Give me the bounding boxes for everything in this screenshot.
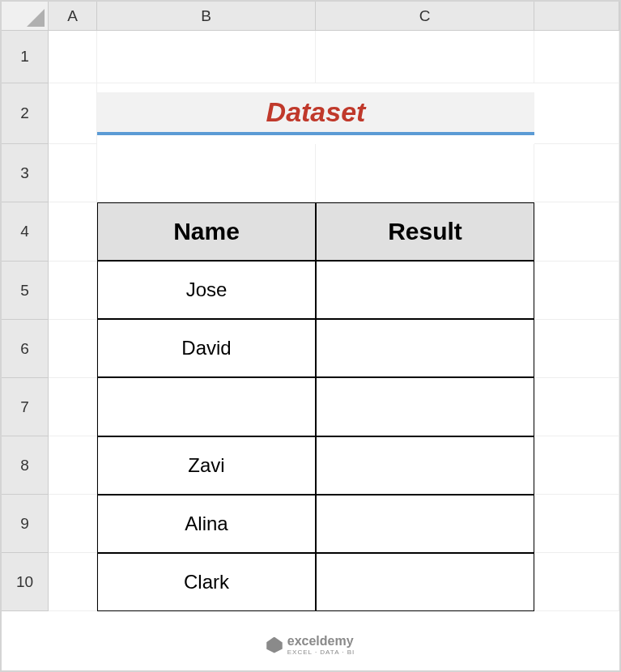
cell-extra-2[interactable] [534,83,619,144]
table-header-result[interactable]: Result [316,202,534,261]
table-row[interactable] [316,261,534,319]
row-header-10[interactable]: 10 [2,553,49,611]
cell-extra-4[interactable] [534,202,619,262]
col-header-c[interactable]: C [316,2,534,31]
row-header-7[interactable]: 7 [2,378,49,436]
cell-a8[interactable] [49,436,97,495]
title-merged-cell[interactable]: Dataset [97,83,534,144]
watermark-tagline: EXCEL · DATA · BI [287,649,355,656]
row-header-3[interactable]: 3 [2,144,49,202]
row-header-9[interactable]: 9 [2,495,49,553]
watermark-brand: exceldemy [287,634,354,648]
cell-b3[interactable] [97,144,316,202]
table-row[interactable] [316,436,534,495]
row-header-5[interactable]: 5 [2,262,49,320]
cell-extra-8[interactable] [534,436,619,495]
row-header-6[interactable]: 6 [2,320,49,378]
cell-c1[interactable] [316,31,534,83]
watermark: exceldemy EXCEL · DATA · BI [266,634,355,656]
col-header-extra[interactable] [534,2,619,31]
spreadsheet-grid: A B C 1 2 Dataset 3 4 Name Result Jose D… [2,2,619,611]
cell-a1[interactable] [49,31,97,83]
table-row[interactable]: Jose [97,261,316,319]
col-header-a[interactable]: A [49,2,97,31]
cell-extra-3[interactable] [534,144,619,202]
cell-a2[interactable] [49,83,97,144]
row-header-2[interactable]: 2 [2,83,49,144]
cell-a3[interactable] [49,144,97,202]
cell-a5[interactable] [49,262,97,320]
cell-extra-5[interactable] [534,262,619,320]
table-header-name[interactable]: Name [97,202,316,261]
row-header-4[interactable]: 4 [2,202,49,262]
data-table: Name Result Jose David Zavi Alina Clark [97,202,534,611]
row-header-8[interactable]: 8 [2,436,49,495]
cell-a7[interactable] [49,378,97,436]
table-row[interactable]: Clark [97,553,316,611]
dataset-title: Dataset [97,92,534,135]
cell-extra-6[interactable] [534,320,619,378]
cell-extra-7[interactable] [534,378,619,436]
cell-extra-1[interactable] [534,31,619,83]
cell-a9[interactable] [49,495,97,553]
table-row[interactable] [316,553,534,611]
table-row[interactable]: David [97,319,316,377]
cell-b1[interactable] [97,31,316,83]
exceldemy-icon [266,637,283,653]
cell-a4[interactable] [49,202,97,262]
cell-a6[interactable] [49,320,97,378]
col-header-b[interactable]: B [97,2,316,31]
cell-extra-10[interactable] [534,553,619,611]
select-all-corner[interactable] [2,2,49,31]
table-row[interactable] [316,377,534,436]
table-row[interactable] [97,377,316,436]
row-header-1[interactable]: 1 [2,31,49,83]
table-row[interactable] [316,495,534,553]
cell-a10[interactable] [49,553,97,611]
cell-c3[interactable] [316,144,534,202]
cell-extra-9[interactable] [534,495,619,553]
table-row[interactable]: Zavi [97,436,316,495]
table-row[interactable] [316,319,534,377]
table-row[interactable]: Alina [97,495,316,553]
